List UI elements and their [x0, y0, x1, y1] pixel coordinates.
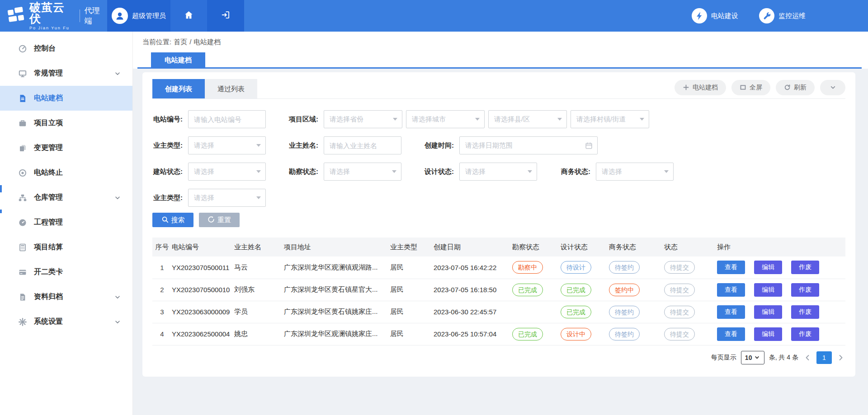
refresh-button[interactable]: 刷新 [776, 80, 815, 95]
search-button[interactable]: 搜索 [152, 213, 193, 227]
cell-station-code: YX2023070500010 [172, 279, 234, 301]
caret-down-icon [640, 118, 644, 121]
province-select[interactable]: 请选择省份 [324, 110, 402, 128]
design-status-select[interactable]: 请选择 [459, 163, 537, 181]
nav-monitor-ops[interactable]: 监控运维 [759, 8, 806, 23]
sidebar: 控制台 常规管理 电站建档 项目立项 变更管理 电站终止 仓库管理 [0, 32, 133, 415]
collapse-toolbar-button[interactable] [820, 80, 845, 95]
reset-button[interactable]: 重置 [199, 213, 240, 227]
user-menu[interactable]: 超级管理员 [107, 0, 170, 32]
void-button[interactable]: 作废 [791, 283, 819, 297]
cell-project-address: 广东深圳龙华区观澜镇观湖路... [284, 256, 390, 279]
chevron-down-icon [114, 319, 121, 325]
col-status: 状态 [664, 238, 717, 256]
station-code-input[interactable] [188, 110, 266, 128]
status-badge: 待提交 [664, 261, 695, 274]
breadcrumb: 当前位置: 首页 / 电站建档 [133, 38, 868, 47]
sidebar-item-system-settings[interactable]: 系统设置 [0, 309, 132, 334]
calculator-icon [18, 243, 27, 252]
cell-index: 3 [152, 301, 172, 323]
filter-row-3: 建站状态: 请选择 勘察状态: 请选择 设计状态: 请选择 商务状态: 请选择 [152, 163, 845, 181]
divider [80, 9, 80, 22]
edit-button[interactable]: 编辑 [754, 283, 782, 297]
briefcase-icon [18, 119, 27, 128]
view-button[interactable]: 查看 [717, 327, 745, 341]
design-status-badge: 待设计 [561, 261, 591, 274]
tab-create-list[interactable]: 创建列表 [152, 79, 205, 98]
cell-station-code: YX2023070500011 [172, 256, 234, 279]
edit-button[interactable]: 编辑 [754, 305, 782, 319]
cell-station-code: YX2023063000009 [172, 301, 234, 323]
date-range-picker[interactable]: 请选择日期范围 [459, 136, 598, 154]
filter-form: 电站编号: 项目区域: 请选择省份 请选择城市 请选择县/区 请选择村镇/街道 [152, 110, 845, 227]
fullscreen-button[interactable]: 全屏 [731, 80, 770, 95]
sidebar-item-project-approval[interactable]: 项目立项 [0, 111, 132, 135]
village-select[interactable]: 请选择村镇/街道 [571, 110, 649, 128]
cell-owner-name: 刘强东 [234, 279, 284, 301]
add-station-button[interactable]: 电站建档 [675, 80, 726, 95]
sidebar-item-data-archive[interactable]: 资料归档 [0, 284, 132, 309]
tab-passed-list[interactable]: 通过列表 [205, 79, 257, 98]
total-count-label: 条, 共 4 条 [769, 354, 798, 362]
table-header-row: 序号 电站编号 业主姓名 项目地址 业主类型 创建日期 勘察状态 设计状态 商务… [152, 238, 845, 256]
void-button[interactable]: 作废 [791, 261, 819, 274]
owner-type-select-2[interactable]: 请选择 [188, 189, 266, 207]
per-page-select[interactable]: 10 [741, 351, 764, 364]
design-status-badge: 已完成 [561, 284, 591, 296]
filter-station-code: 电站编号: [152, 110, 266, 128]
cell-owner-type: 居民 [390, 301, 434, 323]
survey-status-badge: 已完成 [512, 284, 543, 296]
sidebar-item-change-mgmt[interactable]: 变更管理 [0, 135, 132, 160]
scrollbar-mark[interactable] [0, 185, 2, 192]
filter-owner-type-2: 业主类型: 请选择 [152, 189, 266, 207]
col-owner-type: 业主类型 [390, 238, 434, 256]
owner-name-input[interactable] [324, 136, 401, 154]
sidebar-item-general-mgmt[interactable]: 常规管理 [0, 61, 132, 86]
next-page-button[interactable] [836, 354, 845, 361]
header-nav: 电站建设 监控运维 [692, 0, 868, 32]
view-button[interactable]: 查看 [717, 305, 745, 319]
view-button[interactable]: 查看 [717, 283, 745, 297]
breadcrumb-prefix: 当前位置: [142, 38, 171, 47]
cell-create-date: 2023-07-05 16:42:22 [434, 256, 512, 279]
sidebar-item-engineering-mgmt[interactable]: 工程管理 [0, 210, 132, 235]
card-actions: 电站建档 全屏 刷新 [675, 80, 845, 95]
sidebar-item-console[interactable]: 控制台 [0, 36, 132, 61]
filter-design-status: 设计状态: 请选择 [424, 163, 537, 181]
page-number-button[interactable]: 1 [816, 351, 832, 364]
prev-page-button[interactable] [803, 354, 812, 361]
city-select[interactable]: 请选择城市 [406, 110, 485, 128]
business-status-select[interactable]: 请选择 [596, 163, 674, 181]
nav-station-build[interactable]: 电站建设 [692, 8, 738, 23]
county-select[interactable]: 请选择县/区 [488, 110, 567, 128]
edit-button[interactable]: 编辑 [754, 261, 782, 274]
sidebar-item-warehouse-mgmt[interactable]: 仓库管理 [0, 185, 132, 210]
caret-down-icon [754, 354, 760, 360]
scrollbar-mark[interactable] [0, 210, 2, 213]
home-button[interactable] [170, 0, 207, 32]
wrench-icon [759, 8, 774, 23]
view-button[interactable]: 查看 [717, 261, 745, 274]
logout-button[interactable] [207, 0, 244, 32]
chevron-down-icon [114, 195, 121, 201]
breadcrumb-home-link[interactable]: 首页 [174, 38, 187, 47]
void-button[interactable]: 作废 [791, 327, 819, 341]
void-button[interactable]: 作废 [791, 305, 819, 319]
cell-owner-type: 居民 [390, 323, 434, 345]
survey-status-select[interactable]: 请选择 [324, 163, 401, 181]
table-row: 1 YX2023070500011 马云 广东深圳龙华区观澜镇观湖路... 居民… [152, 256, 845, 279]
sidebar-item-project-settlement[interactable]: 项目结算 [0, 235, 132, 260]
home-icon [184, 10, 194, 22]
owner-type-select[interactable]: 请选择 [188, 136, 266, 154]
gear-icon [18, 317, 27, 326]
edit-button[interactable]: 编辑 [754, 327, 782, 341]
top-header: 破茧云伏 Po Jian Yun Fu 代理端 超级管理员 [0, 0, 868, 32]
reset-icon [208, 216, 215, 224]
sidebar-item-station-terminate[interactable]: 电站终止 [0, 160, 132, 185]
logo-icon [6, 5, 25, 26]
build-status-select[interactable]: 请选择 [188, 163, 266, 181]
sidebar-item-class2-card[interactable]: 开二类卡 [0, 260, 132, 284]
sidebar-item-station-archive[interactable]: 电站建档 [0, 86, 132, 111]
page-tab-station-archive[interactable]: 电站建档 [151, 52, 205, 67]
col-actions: 操作 [717, 238, 845, 256]
